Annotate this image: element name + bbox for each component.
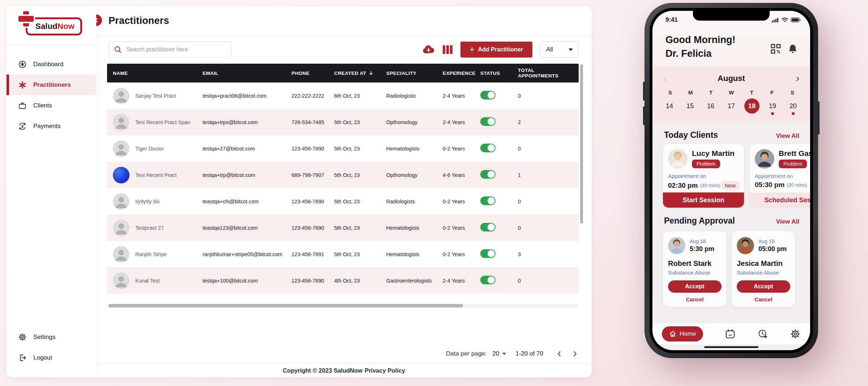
view-all-pending-link[interactable]: View All (776, 218, 799, 225)
nav-calendar-button[interactable] (725, 328, 736, 339)
table-row[interactable]: Test Recent Pract Spantestqa+trps@bitcot… (107, 109, 579, 135)
status-toggle[interactable] (480, 196, 495, 205)
nav-settings-button[interactable] (790, 328, 801, 339)
calendar-next-icon[interactable]: › (795, 74, 801, 83)
email-cell: teastqa123@bitcot.com (203, 225, 292, 231)
pending-approval-card[interactable]: Aug 185:30 pmRobert StarkSubstance Abuse… (663, 231, 727, 307)
appointment-time: 05:00 pm (758, 245, 787, 253)
phone-cell: 726-534-7485 (292, 119, 334, 125)
pending-cards: Aug 185:30 pmRobert StarkSubstance Abuse… (652, 229, 810, 307)
doctor-name: Dr. Felicia (665, 47, 735, 60)
status-toggle[interactable] (480, 91, 495, 99)
total-appointments-cell: 0 (514, 225, 579, 231)
view-all-today-link[interactable]: View All (776, 132, 799, 140)
horizontal-scrollbar[interactable] (107, 304, 579, 307)
pending-approval-card[interactable]: Aug 1905:00 pmJesica MartinSubstance Abu… (731, 231, 796, 307)
greeting-text: Good Morning! (665, 33, 735, 47)
person-avatar (113, 114, 129, 131)
app-background: SaludNow Dashboard Practitioners Clients… (0, 0, 868, 386)
status-toggle[interactable] (480, 170, 495, 179)
column-header-created-at[interactable]: CREATED AT (334, 71, 386, 76)
table-body: Sanjay Test Practtestqa+pract06@bitcot.c… (107, 82, 579, 294)
table-row[interactable]: Testpract 27teastqa123@bitcot.com123-456… (107, 215, 579, 241)
horizontal-scrollbar-thumb[interactable] (109, 304, 463, 307)
table-row[interactable]: Sanjay Test Practtestqa+pract06@bitcot.c… (107, 82, 579, 109)
medical-cross-icon (18, 11, 34, 26)
cancel-link[interactable]: Cancel (668, 296, 722, 302)
today-client-card[interactable]: Brett GasProblemAppointment on05:30 pm(3… (749, 144, 810, 208)
column-header-total-appointments[interactable]: TOTAL APPOINTMENTS (514, 68, 579, 79)
table-row[interactable]: Kunal Testtestqa+100@bitcot.com123-456-7… (107, 267, 579, 294)
table-row[interactable]: Test Recent Practtestqa+trp@bitcot.com68… (107, 162, 579, 188)
cancel-link[interactable]: Cancel (737, 296, 790, 302)
client-avatar (755, 149, 774, 169)
speciality-cell: Opthomology (386, 119, 443, 125)
phone-cell: 222-222-2222 (292, 93, 334, 99)
calendar-date[interactable]: 20 (786, 98, 801, 114)
calendar-day-label: F (767, 89, 778, 96)
sidebar-item-practitioners[interactable]: Practitioners (7, 75, 96, 95)
cloud-download-icon (422, 45, 435, 54)
table-row[interactable]: Tiger Doctortestqa+27@bitcot.com123-456-… (107, 135, 579, 162)
status-toggle[interactable] (480, 223, 495, 232)
status-toggle[interactable] (480, 276, 495, 284)
problem-badge: Problem (779, 160, 807, 168)
sidebar-item-payments[interactable]: $ Payments (7, 116, 96, 136)
calendar-days: SMTWTFS (662, 89, 801, 96)
status-toggle[interactable] (480, 144, 495, 152)
vertical-scrollbar-thumb[interactable] (580, 64, 583, 224)
next-page-button[interactable] (571, 349, 579, 359)
table-row[interactable]: Iiy9y9y Ikiiteastqa+chi@bitcot.com123-45… (107, 188, 579, 215)
column-header-speciality[interactable]: SPECIALITY (386, 71, 443, 76)
column-header-email[interactable]: EMAIL (203, 71, 292, 76)
filter-select[interactable]: All (540, 41, 579, 58)
add-practitioner-button[interactable]: Add Practitioner (460, 42, 532, 58)
calendar-prev-icon[interactable]: ‹ (662, 74, 668, 83)
toolbar: Add Practitioner All (96, 35, 592, 64)
search-box[interactable] (109, 41, 231, 58)
bell-icon[interactable] (788, 43, 798, 54)
status-toggle[interactable] (480, 249, 495, 258)
status-toggle[interactable] (480, 117, 495, 126)
qr-scan-icon[interactable] (770, 43, 781, 54)
now-badge: Now (721, 181, 740, 190)
column-header-status[interactable]: STATUS (480, 71, 514, 76)
prev-page-button[interactable] (556, 349, 563, 359)
nav-home-button[interactable]: Home (662, 326, 703, 342)
calendar-date[interactable]: 14 (662, 98, 677, 114)
copyright-text: Copyright © 2023 SaludNow (283, 367, 362, 374)
sidebar-item-settings[interactable]: Settings (7, 327, 96, 347)
phone-volume-down-button (643, 106, 645, 125)
session-action-button[interactable]: Scheduled Sessi (750, 192, 810, 208)
bottom-nav: Home (652, 323, 810, 344)
column-header-phone[interactable]: PHONE (292, 71, 334, 76)
export-cloud-button[interactable] (422, 45, 435, 54)
page-header: Practitioners (96, 7, 592, 35)
practitioner-name: Iiy9y9y Ikii (135, 199, 159, 204)
table-row[interactable]: Ranjith Striperanjithkumar+stripe05@bitc… (107, 241, 579, 267)
calendar-date[interactable]: 17 (724, 98, 739, 114)
sidebar-item-logout[interactable]: Logout (7, 347, 96, 368)
experience-cell: 0-2 Years (443, 251, 480, 257)
column-header-name[interactable]: NAME (113, 71, 203, 76)
email-cell: testqa+pract06@bitcot.com (203, 93, 292, 99)
privacy-policy-link[interactable]: Privacy Policy (365, 367, 405, 374)
today-client-card[interactable]: Lucy MartinProblemAppointment on02:30 pm… (663, 144, 744, 208)
experience-cell: 2-4 Years (443, 278, 480, 284)
client-condition: Substance Abuse (668, 270, 722, 276)
calendar-date[interactable]: 19 (765, 98, 780, 114)
per-page-select[interactable]: 20 (493, 350, 506, 357)
sidebar-item-clients[interactable]: Clients (7, 95, 96, 116)
calendar-date[interactable]: 16 (703, 98, 718, 114)
accept-button[interactable]: Accept (737, 280, 790, 293)
search-input[interactable] (126, 46, 220, 53)
columns-button[interactable] (443, 45, 452, 54)
column-header-experience[interactable]: EXPERIENCE (443, 71, 480, 76)
calendar-date[interactable]: 18 (744, 98, 760, 114)
sidebar-item-dashboard[interactable]: Dashboard (7, 54, 96, 75)
calendar-date[interactable]: 15 (682, 98, 698, 114)
nav-history-button[interactable] (757, 328, 768, 339)
session-action-button[interactable]: Start Session (663, 192, 744, 208)
accept-button[interactable]: Accept (668, 280, 722, 293)
total-appointments-cell: 0 (514, 278, 579, 284)
